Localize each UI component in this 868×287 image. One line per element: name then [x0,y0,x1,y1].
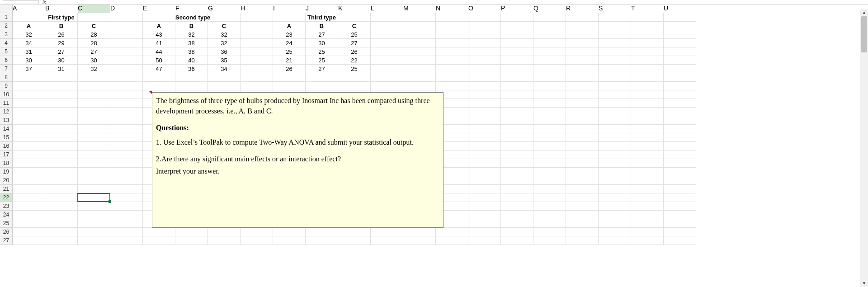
row-header-24[interactable]: 24 [0,211,13,219]
cell-K4[interactable]: 27 [338,39,371,47]
cell-D18[interactable] [110,159,143,168]
cell-P18[interactable] [501,159,533,168]
cell-P26[interactable] [501,228,533,236]
cell-N9[interactable] [436,82,468,90]
cell-F4[interactable]: 38 [175,39,208,47]
cell-O26[interactable] [468,228,501,236]
cell-F3[interactable]: 32 [175,30,208,39]
cell-M2[interactable] [403,22,436,30]
row-header-11[interactable]: 11 [0,99,13,108]
cell-N3[interactable] [436,30,468,39]
cell-E6[interactable]: 50 [143,56,175,65]
row-header-19[interactable]: 19 [0,168,13,176]
cell-F1[interactable]: Second type [175,13,208,22]
cell-Q25[interactable] [533,219,566,228]
cell-O20[interactable] [468,176,501,185]
cell-R8[interactable] [566,73,599,82]
cell-K9[interactable] [338,82,371,90]
cell-L5[interactable] [371,47,403,56]
cell-U24[interactable] [664,211,696,219]
cell-C9[interactable] [78,82,110,90]
cell-C14[interactable] [78,125,110,133]
cell-O27[interactable] [468,236,501,245]
cell-N2[interactable] [436,22,468,30]
cell-P4[interactable] [501,39,533,47]
row-header-4[interactable]: 4 [0,39,13,47]
cell-Q18[interactable] [533,159,566,168]
cell-D21[interactable] [110,185,143,193]
cell-S14[interactable] [599,125,631,133]
cell-A25[interactable] [13,219,45,228]
cell-R26[interactable] [566,228,599,236]
cell-D15[interactable] [110,133,143,142]
cell-P5[interactable] [501,47,533,56]
cell-C7[interactable]: 32 [78,65,110,73]
cell-J27[interactable] [306,236,338,245]
cell-U26[interactable] [664,228,696,236]
cell-I26[interactable] [273,228,306,236]
cell-A3[interactable]: 32 [13,30,45,39]
cell-B18[interactable] [45,159,78,168]
cell-A14[interactable] [13,125,45,133]
row-header-20[interactable]: 20 [0,176,13,185]
cell-U21[interactable] [664,185,696,193]
fx-icon[interactable]: fx [42,0,46,5]
cell-B2[interactable]: B [45,22,78,30]
cell-T5[interactable] [631,47,664,56]
cell-M4[interactable] [403,39,436,47]
cell-D9[interactable] [110,82,143,90]
scroll-down-icon[interactable]: ▼ [860,280,868,287]
cell-O10[interactable] [468,90,501,99]
cell-A2[interactable]: A [13,22,45,30]
cell-J8[interactable] [306,73,338,82]
cell-R17[interactable] [566,151,599,159]
cell-C5[interactable]: 27 [78,47,110,56]
cell-D13[interactable] [110,116,143,125]
cell-U14[interactable] [664,125,696,133]
cell-B15[interactable] [45,133,78,142]
cell-S25[interactable] [599,219,631,228]
cell-J6[interactable]: 25 [306,56,338,65]
cell-I9[interactable] [273,82,306,90]
cell-O3[interactable] [468,30,501,39]
row-header-18[interactable]: 18 [0,159,13,168]
cell-S7[interactable] [599,65,631,73]
cell-L26[interactable] [371,228,403,236]
cell-K27[interactable] [338,236,371,245]
cell-D22[interactable] [110,193,143,202]
cell-U23[interactable] [664,202,696,211]
cell-L3[interactable] [371,30,403,39]
cell-A15[interactable] [13,133,45,142]
cell-U7[interactable] [664,65,696,73]
cell-Q20[interactable] [533,176,566,185]
cell-U2[interactable] [664,22,696,30]
cell-Q6[interactable] [533,56,566,65]
cell-B23[interactable] [45,202,78,211]
cell-N1[interactable] [436,13,468,22]
cell-U20[interactable] [664,176,696,185]
cell-U6[interactable] [664,56,696,65]
cell-G8[interactable] [208,73,241,82]
name-box[interactable] [3,0,39,4]
cell-Q24[interactable] [533,211,566,219]
row-header-7[interactable]: 7 [0,65,13,73]
cell-R15[interactable] [566,133,599,142]
cell-Q27[interactable] [533,236,566,245]
cell-T27[interactable] [631,236,664,245]
cell-B4[interactable]: 29 [45,39,78,47]
cell-T1[interactable] [631,13,664,22]
cell-I27[interactable] [273,236,306,245]
cell-T10[interactable] [631,90,664,99]
cell-F7[interactable]: 36 [175,65,208,73]
cell-Q23[interactable] [533,202,566,211]
cell-A16[interactable] [13,142,45,151]
cell-P15[interactable] [501,133,533,142]
cell-C20[interactable] [78,176,110,185]
vertical-scrollbar[interactable]: ▲ ▼ [860,9,868,287]
cell-B10[interactable] [45,90,78,99]
cell-L1[interactable] [371,13,403,22]
cell-D3[interactable] [110,30,143,39]
cell-T21[interactable] [631,185,664,193]
cell-B8[interactable] [45,73,78,82]
cell-Q8[interactable] [533,73,566,82]
